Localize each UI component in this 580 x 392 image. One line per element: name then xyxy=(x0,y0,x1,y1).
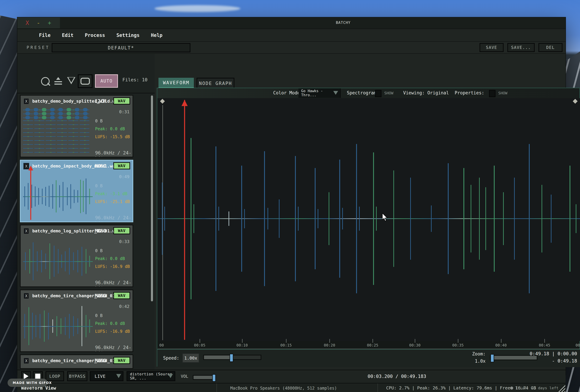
titlebar[interactable]: X - + BATCHY xyxy=(17,17,566,29)
processor-select[interactable]: distortion (Source SR, ... xyxy=(127,371,175,381)
card-playhead-marker[interactable] xyxy=(30,170,31,220)
file-duration: 0:31 xyxy=(119,109,130,114)
tab-node-graph[interactable]: NODE GRAPH xyxy=(197,78,234,89)
file-list[interactable]: X batchy_demo_body_splitter_wild.wav 12C… xyxy=(17,93,155,370)
timeline-label: 00:45 xyxy=(539,343,550,347)
waveform-spike xyxy=(479,178,480,260)
preset-field[interactable]: DEFAULT* xyxy=(52,43,190,52)
file-card[interactable]: X batchy_demo_log_splitter_02-01.wav MON… xyxy=(20,225,133,287)
filter-icon[interactable] xyxy=(67,77,75,84)
processor-value: distortion (Source SR, ... xyxy=(130,372,175,380)
maximize-button[interactable]: + xyxy=(48,20,51,26)
properties-checkbox[interactable] xyxy=(489,90,496,97)
file-waveform-thumbnail[interactable] xyxy=(23,238,93,285)
remove-file-button[interactable]: X xyxy=(23,358,29,364)
mouse-cursor xyxy=(382,213,389,222)
minimize-button[interactable]: - xyxy=(37,20,40,26)
preset-del-button[interactable]: DEL xyxy=(539,43,563,52)
channel-row xyxy=(23,143,89,145)
waveform-canvas[interactable] xyxy=(158,98,580,341)
main-panel: WAVEFORM NODE GRAPH Color Mode: Go Hawks… xyxy=(157,54,580,370)
files-count: Files: 10 xyxy=(123,77,147,82)
waveform-spike xyxy=(218,207,219,231)
channel-count: MONO xyxy=(95,228,106,234)
bypass-button[interactable]: BYPASS xyxy=(67,371,87,381)
waveform-spike xyxy=(393,170,394,267)
color-mode-select[interactable]: Go Hawks - Thro... xyxy=(298,88,341,98)
menu-item-file[interactable]: File xyxy=(39,32,50,38)
menu-item-edit[interactable]: Edit xyxy=(62,32,73,38)
preset-save-button[interactable]: SAVE... xyxy=(507,43,535,52)
spectrogram-checkbox[interactable] xyxy=(375,90,382,97)
channel-blob xyxy=(58,112,63,115)
file-peak: Peak: -3.1 dB xyxy=(95,191,127,196)
channel-blob xyxy=(75,112,79,115)
file-card[interactable]: X batchy_demo_tire_changer_wild_01.wav M… xyxy=(20,289,133,352)
channel-line xyxy=(23,140,89,141)
channel-row xyxy=(23,147,89,149)
file-card[interactable]: X batchy_demo_tire_changer_wild_01_pr...… xyxy=(20,354,133,369)
fit-toggle-button[interactable] xyxy=(78,74,93,88)
auto-button[interactable]: AUTO xyxy=(95,74,118,88)
volume-slider[interactable] xyxy=(193,375,216,380)
waveform-spike xyxy=(215,146,216,291)
menu-item-process[interactable]: Process xyxy=(85,32,105,38)
remove-file-button[interactable]: X xyxy=(23,293,29,299)
gifox-badge: MADE WITH GIFOX xyxy=(7,379,47,387)
stop-icon xyxy=(35,374,40,379)
channel-blob xyxy=(34,112,38,115)
speed-slider-handle[interactable] xyxy=(230,354,233,362)
close-button[interactable]: X xyxy=(26,20,29,26)
timeline-label: 00:10 xyxy=(236,343,248,347)
waveform-spike xyxy=(193,204,194,233)
channel-blob xyxy=(67,112,71,115)
timeline-label: 00:35 xyxy=(452,343,464,347)
file-waveform-thumbnail[interactable] xyxy=(23,368,93,369)
file-size: 0 B xyxy=(95,183,103,188)
live-mode-select[interactable]: LIVE xyxy=(90,371,124,381)
file-waveform-thumbnail[interactable] xyxy=(23,108,93,156)
tab-waveform[interactable]: WAVEFORM xyxy=(158,78,194,88)
remove-file-button[interactable]: X xyxy=(23,228,29,234)
waveform-spike xyxy=(376,207,377,231)
channel-blob xyxy=(83,116,88,119)
preset-save-button[interactable]: SAVE xyxy=(480,43,504,52)
file-waveform-thumbnail[interactable] xyxy=(23,303,93,350)
speed-value[interactable]: 1.00x xyxy=(182,353,199,363)
sort-icon[interactable] xyxy=(54,77,63,86)
playhead-marker[interactable] xyxy=(184,100,185,340)
remove-file-button[interactable]: X xyxy=(23,98,29,105)
volume-slider-handle[interactable] xyxy=(212,374,216,382)
waveform-spike xyxy=(279,199,280,238)
loop-start-marker[interactable] xyxy=(160,99,165,104)
channel-blob xyxy=(50,108,55,111)
waveform-header: Color Mode: Go Hawks - Thro... Spectrogr… xyxy=(157,88,580,98)
channel-row xyxy=(23,135,89,137)
properties-show-label: SHOW xyxy=(498,91,507,95)
file-list-scrollbar[interactable] xyxy=(151,95,153,301)
loop-end-marker[interactable] xyxy=(573,99,578,104)
speed-slider[interactable] xyxy=(203,355,261,360)
file-name: batchy_demo_body_splitter_wild.wav xyxy=(32,99,120,104)
loop-button[interactable]: LOOP xyxy=(45,371,64,381)
file-duration: 0:49 xyxy=(119,174,130,179)
timeline-ruler[interactable]: 0000:0500:1000:1500:2000:2500:3000:3500:… xyxy=(158,341,580,349)
search-icon[interactable] xyxy=(41,77,50,86)
waveform-panel: Color Mode: Go Hawks - Thro... Spectrogr… xyxy=(157,88,580,367)
status-divider xyxy=(217,384,217,392)
rounded-rect-icon xyxy=(81,78,90,85)
file-card[interactable]: X batchy_demo_body_splitter_wild.wav 12C… xyxy=(20,95,133,157)
channel-count: MONO xyxy=(95,293,106,299)
zoom-slider-handle[interactable] xyxy=(490,354,494,362)
channel-row xyxy=(23,124,89,125)
waveform-spike xyxy=(329,192,329,245)
channel-row xyxy=(23,120,89,121)
menu-item-help[interactable]: Help xyxy=(151,32,162,38)
waveform-spike xyxy=(431,205,432,232)
status-bar: Waveform View MacBook Pro Speakers (4800… xyxy=(17,383,566,392)
file-waveform-thumbnail[interactable] xyxy=(23,173,93,221)
preset-label: PRESET xyxy=(27,45,50,50)
menu-item-settings[interactable]: Settings xyxy=(116,32,140,38)
waveform-spike xyxy=(542,185,542,252)
file-card[interactable]: X batchy_demo_impact_body_metal.wav MONO… xyxy=(20,160,133,222)
